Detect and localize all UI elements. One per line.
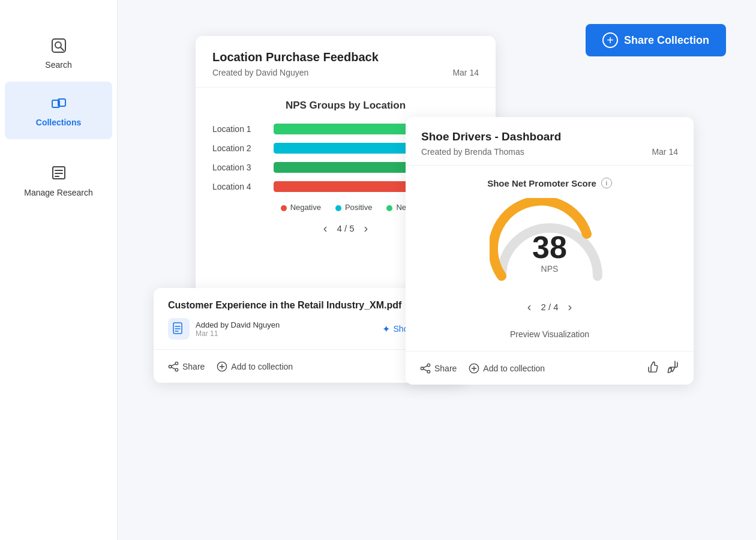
plus-circle-icon: +	[602, 32, 618, 48]
bar-label-3: Location 4	[212, 182, 266, 191]
main-content: + Share Collection Location Purchase Fee…	[118, 0, 756, 540]
shoe-date: Mar 14	[652, 147, 678, 157]
legend-positive: Positive	[335, 203, 373, 212]
pdf-added-text: Added by David Nguyen Mar 11	[196, 320, 280, 338]
shoe-meta: Created by Brenda Thomas Mar 14	[421, 147, 678, 157]
gauge-wrap: 38 NPS	[490, 198, 610, 282]
info-icon: i	[601, 178, 612, 188]
bar-label-1: Location 2	[212, 143, 266, 153]
card-location-meta: Created by David Nguyen Mar 14	[212, 68, 479, 77]
shoe-page-indicator: 2 / 4	[541, 302, 558, 312]
svg-point-15	[175, 368, 178, 371]
shoe-title: Shoe Drivers - Dashboard	[421, 130, 678, 143]
gauge-number: 38	[532, 232, 567, 263]
card-location-title: Location Purchase Feedback	[212, 50, 479, 64]
bar-chart-title: NPS Groups by Location	[212, 100, 479, 112]
pdf-file-icon	[168, 318, 190, 340]
bar-label-0: Location 1	[212, 124, 266, 134]
pdf-add-to-collection-label: Add to collection	[231, 362, 293, 371]
svg-point-14	[169, 365, 172, 368]
pdf-added-date: Mar 11	[196, 329, 280, 338]
sidebar-item-collections[interactable]: Collections	[5, 82, 112, 139]
bar-label-2: Location 3	[212, 163, 266, 172]
share-collection-label: Share Collection	[624, 34, 709, 47]
pdf-share-label: Share	[182, 362, 205, 371]
card-location-created-by: Created by David Nguyen	[212, 68, 308, 77]
svg-point-13	[175, 362, 178, 365]
shoe-next-button[interactable]: ›	[568, 300, 572, 314]
pdf-share-button[interactable]: Share	[168, 361, 205, 372]
sidebar-collections-label: Collections	[36, 118, 81, 127]
sidebar: Search Collections Manage Research	[0, 0, 118, 540]
shoe-add-to-collection-button[interactable]: Add to collection	[469, 363, 545, 374]
collections-icon	[49, 94, 68, 113]
legend-negative: Negative	[281, 203, 321, 212]
card-location-header: Location Purchase Feedback Created by Da…	[196, 36, 496, 88]
shoe-thumbup-button[interactable]	[647, 360, 660, 376]
pdf-added-info: Added by David Nguyen Mar 11	[168, 318, 280, 340]
svg-point-21	[427, 364, 430, 367]
shoe-created-by: Created by Brenda Thomas	[421, 147, 524, 157]
card-shoe-drivers: Shoe Drivers - Dashboard Created by Bren…	[406, 117, 694, 385]
svg-line-17	[172, 367, 176, 369]
pdf-add-to-collection-button[interactable]: Add to collection	[217, 361, 293, 372]
search-icon	[49, 36, 68, 55]
shoe-thumb-buttons	[647, 360, 679, 376]
sparkle-icon: ✦	[382, 323, 390, 335]
preview-visualization-label: Preview Visualization	[510, 329, 589, 339]
sidebar-item-manage-research[interactable]: Manage Research	[0, 151, 117, 210]
page-indicator: 4 / 5	[337, 223, 354, 233]
gauge-value: 38 NPS	[532, 232, 567, 274]
svg-point-23	[427, 370, 430, 373]
svg-line-2	[61, 47, 64, 50]
svg-point-22	[421, 367, 424, 370]
shoe-thumbdown-button[interactable]	[666, 360, 679, 376]
next-page-button[interactable]: ›	[364, 221, 368, 235]
svg-line-25	[424, 369, 428, 371]
gauge-nps-label: NPS	[532, 264, 567, 274]
sidebar-manage-research-label: Manage Research	[24, 187, 92, 198]
share-collection-button[interactable]: + Share Collection	[586, 24, 726, 56]
svg-line-16	[172, 364, 176, 365]
sidebar-item-search[interactable]: Search	[0, 24, 117, 82]
shoe-pagination: ‹ 2 / 4 ›	[527, 290, 572, 326]
card-location-date: Mar 14	[452, 68, 479, 77]
svg-rect-9	[173, 323, 182, 334]
shoe-header: Shoe Drivers - Dashboard Created by Bren…	[406, 117, 694, 166]
shoe-prev-button[interactable]: ‹	[527, 300, 532, 314]
svg-line-24	[424, 365, 428, 367]
nps-section-title: Shoe Net Promoter Score	[487, 178, 596, 188]
sidebar-search-label: Search	[45, 60, 71, 70]
shoe-add-to-collection-label: Add to collection	[483, 364, 545, 373]
shoe-share-button[interactable]: Share	[420, 363, 457, 374]
manage-research-icon	[49, 163, 68, 182]
pdf-added-by: Added by David Nguyen	[196, 320, 280, 329]
nps-section: Shoe Net Promoter Score i 38 NPS ‹ 2 / 4	[406, 166, 694, 351]
shoe-card-actions: Share Add to collection	[406, 351, 694, 385]
nps-label-row: Shoe Net Promoter Score i	[487, 178, 612, 188]
prev-page-button[interactable]: ‹	[323, 221, 328, 235]
shoe-share-label: Share	[434, 364, 457, 373]
